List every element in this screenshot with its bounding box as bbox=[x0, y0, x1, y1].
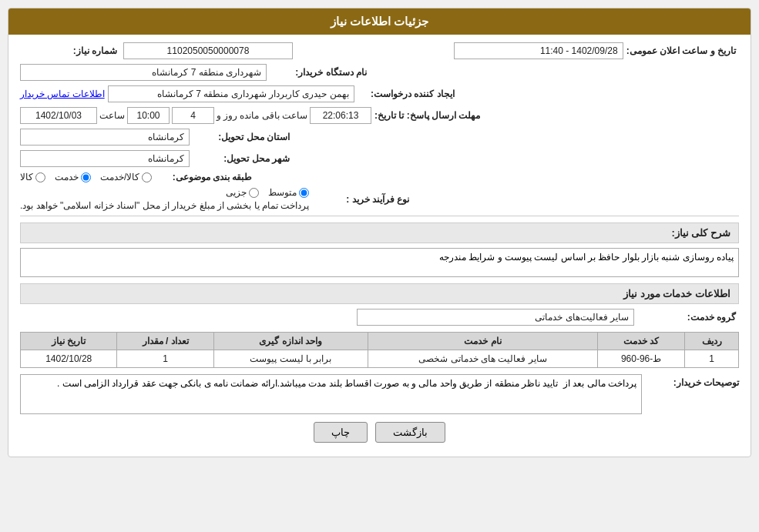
sharh-section-header: شرح کلی نیاز: bbox=[20, 223, 739, 243]
saat-input: 10:00 bbox=[127, 107, 170, 124]
shahr-input: کرمانشاه bbox=[20, 150, 190, 167]
button-row: بازگشت چاپ bbox=[20, 422, 739, 443]
col-radif: ردیف bbox=[685, 333, 739, 350]
mohlat-label: مهلت ارسال پاسخ: تا تاریخ: bbox=[374, 110, 483, 121]
table-cell-tedad: 1 bbox=[117, 350, 213, 368]
table-cell-nam: سایر فعالیت های خدماتی شخصی bbox=[368, 350, 597, 368]
tabaqe-kala-radio[interactable] bbox=[35, 172, 45, 182]
tabaqe-kala-khadamat-item[interactable]: کالا/خدمت bbox=[100, 172, 152, 182]
table-cell-kod: ط-96-960 bbox=[598, 350, 685, 368]
tabaqe-radio-group: کالا/خدمت خدمت کالا bbox=[20, 172, 152, 182]
sharh-textarea-row bbox=[20, 248, 739, 277]
nooe-motavasset-radio[interactable] bbox=[299, 188, 309, 198]
rooz-input: 4 bbox=[172, 107, 214, 124]
tabaqe-kala-khadamat-radio[interactable] bbox=[142, 172, 152, 182]
table-cell-vahed: برابر با لیست پیوست bbox=[213, 350, 368, 368]
nam-dastgah-input: شهرداری منطقه 7 کرمانشاه bbox=[20, 64, 267, 81]
tabaqe-khadamat-radio[interactable] bbox=[81, 172, 91, 182]
ijad-row: ایجاد کننده درخواست: بهمن حیدری کاربردار… bbox=[20, 85, 739, 102]
tarikh-input: 1402/09/28 - 11:40 bbox=[454, 42, 623, 59]
nam-dastgah-label: نام دستگاه خریدار: bbox=[270, 67, 370, 78]
ostan-label: استان محل تحویل: bbox=[193, 132, 293, 142]
ostan-row: استان محل تحویل: کرمانشاه bbox=[20, 129, 739, 146]
col-kod: کد خدمت bbox=[598, 333, 685, 350]
nooe-row: نوع فرآیند خرید : متوسط جزیی پرداخت تمام… bbox=[20, 187, 739, 211]
tarikh-label: تاریخ و ساعت اعلان عمومی: bbox=[626, 45, 739, 56]
ijad-label: ایجاد کننده درخواست: bbox=[358, 89, 458, 99]
tosif-label: توصیحات خریدار: bbox=[646, 374, 739, 388]
service-table-body: 1ط-96-960سایر فعالیت های خدماتی شخصیبراب… bbox=[21, 350, 739, 368]
divider-1 bbox=[20, 216, 739, 216]
tabaqe-label: طبقه بندی موضوعی: bbox=[155, 172, 255, 182]
shahr-label: شهر محل تحویل: bbox=[193, 153, 293, 164]
nooe-jozii-item[interactable]: جزیی bbox=[226, 187, 259, 198]
ijad-input: بهمن حیدری کاربردار شهرداری منطقه 7 کرما… bbox=[108, 85, 354, 102]
sharh-textarea[interactable] bbox=[20, 248, 739, 277]
ettelaat-tamas-link[interactable]: اطلاعات تماس خریدار bbox=[20, 89, 105, 99]
nooe-note: پرداخت تمام یا بخشی از مبلغ خریدار از مح… bbox=[20, 200, 309, 211]
nam-dastgah-row: نام دستگاه خریدار: شهرداری منطقه 7 کرمان… bbox=[20, 64, 739, 81]
nooe-motavasset-item[interactable]: متوسط bbox=[268, 187, 309, 198]
mohlat-inner: 22:06:13 ساعت باقی مانده روز و 4 10:00 س… bbox=[20, 107, 371, 124]
service-table: ردیف کد خدمت نام خدمت واحد اندازه گیری ت… bbox=[20, 332, 739, 368]
col-tarikh: تاریخ نیاز bbox=[21, 333, 117, 350]
nooe-jozii-radio[interactable] bbox=[249, 188, 259, 198]
khadamat-section-header: اطلاعات خدمات مورد نیاز bbox=[20, 283, 739, 304]
shomara-label: شماره نیاز: bbox=[20, 45, 120, 56]
countdown-label: ساعت باقی مانده bbox=[240, 110, 307, 121]
nooe-jozii-label: جزیی bbox=[226, 187, 247, 198]
nooe-label: نوع فرآیند خرید : bbox=[312, 194, 412, 205]
back-button[interactable]: بازگشت bbox=[375, 422, 445, 443]
print-button[interactable]: چاپ bbox=[314, 422, 368, 443]
table-header-row: ردیف کد خدمت نام خدمت واحد اندازه گیری ت… bbox=[21, 333, 739, 350]
shomara-input: 1102050050000078 bbox=[123, 42, 293, 59]
tabaqe-kala-khadamat-label: کالا/خدمت bbox=[100, 172, 139, 182]
saat-label: ساعت bbox=[99, 110, 125, 121]
group-label: گروه خدمت: bbox=[639, 312, 739, 323]
tabaqe-khadamat-label: خدمت bbox=[55, 172, 79, 182]
shahr-row: شهر محل تحویل: کرمانشاه bbox=[20, 150, 739, 167]
col-nam: نام خدمت bbox=[368, 333, 597, 350]
mohlat-date-input: 1402/10/03 bbox=[20, 107, 97, 124]
tabaqe-row: طبقه بندی موضوعی: کالا/خدمت خدمت کالا bbox=[20, 172, 739, 182]
mohlat-row: مهلت ارسال پاسخ: تا تاریخ: 22:06:13 ساعت… bbox=[20, 107, 739, 124]
col-vahed: واحد اندازه گیری bbox=[213, 333, 368, 350]
tosif-textarea[interactable] bbox=[20, 374, 642, 414]
table-row: 1ط-96-960سایر فعالیت های خدماتی شخصیبراب… bbox=[21, 350, 739, 368]
nooe-radio-group: متوسط جزیی bbox=[20, 187, 309, 198]
tabaqe-khadamat-item[interactable]: خدمت bbox=[55, 172, 91, 182]
shomara-tarikh-row: تاریخ و ساعت اعلان عمومی: 1402/09/28 - 1… bbox=[20, 42, 739, 59]
group-service-row: گروه خدمت: سایر فعالیت‌های خدماتی bbox=[20, 309, 739, 326]
countdown-box: 22:06:13 bbox=[310, 107, 371, 124]
page-header: جزئیات اطلاعات نیاز bbox=[8, 8, 751, 35]
tosif-row: توصیحات خریدار: bbox=[20, 374, 739, 414]
table-cell-radif: 1 bbox=[685, 350, 739, 368]
tabaqe-kala-label: کالا bbox=[20, 172, 33, 182]
col-tedad: تعداد / مقدار bbox=[117, 333, 213, 350]
service-table-head: ردیف کد خدمت نام خدمت واحد اندازه گیری ت… bbox=[21, 333, 739, 350]
ostan-input: کرمانشاه bbox=[20, 129, 190, 146]
group-input: سایر فعالیت‌های خدماتی bbox=[357, 309, 634, 326]
table-cell-tarikh: 1402/10/28 bbox=[21, 350, 117, 368]
rooz-label: روز و bbox=[217, 110, 237, 121]
nooe-motavasset-label: متوسط bbox=[268, 187, 297, 198]
tabaqe-kala-item[interactable]: کالا bbox=[20, 172, 45, 182]
